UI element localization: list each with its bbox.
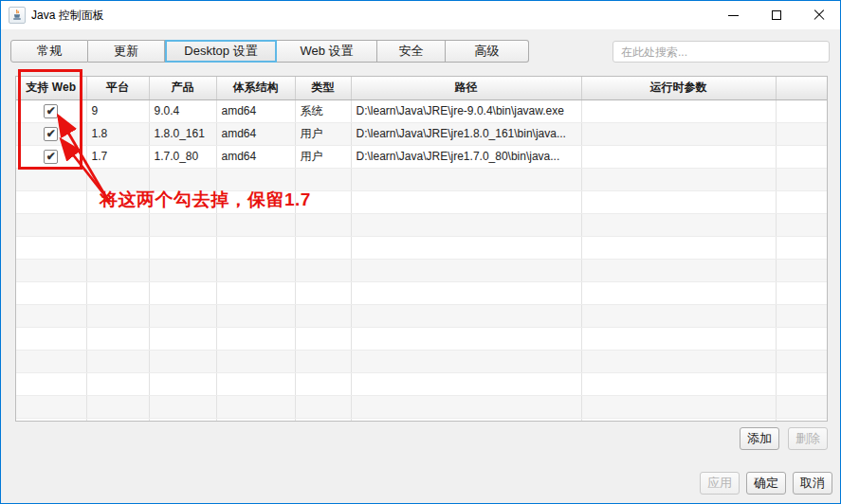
- tab-高级[interactable]: 高级: [446, 40, 529, 63]
- cell-blank: [149, 304, 216, 327]
- cell-blank: [216, 281, 295, 304]
- cell-blank: [216, 213, 295, 236]
- close-icon: [814, 9, 825, 21]
- cell-blank: [16, 213, 86, 236]
- cell-arch: amd64: [216, 122, 295, 145]
- empty-table-row[interactable]: [16, 418, 827, 422]
- apply-button[interactable]: 应用: [700, 472, 740, 495]
- cell-blank: [295, 350, 351, 372]
- tab-web-设置[interactable]: Web 设置: [277, 40, 377, 63]
- cell-blank: [295, 327, 351, 350]
- column-header[interactable]: [776, 77, 827, 99]
- ok-button[interactable]: 确定: [746, 472, 786, 495]
- cell-blank: [86, 327, 149, 350]
- cell-platform: 9: [86, 99, 149, 122]
- cell-blank: [581, 259, 776, 281]
- empty-table-row[interactable]: [16, 395, 827, 418]
- close-button[interactable]: [797, 1, 840, 29]
- annotation-text: 将这两个勾去掉，保留1.7: [100, 188, 311, 212]
- cell-web-support: ✔: [16, 99, 86, 122]
- minimize-icon: [728, 15, 739, 16]
- column-header[interactable]: 体系结构: [216, 77, 295, 99]
- search-input[interactable]: [612, 41, 830, 63]
- cell-blank: [295, 372, 351, 395]
- cell-blank: [86, 213, 149, 236]
- cell-blank: [776, 168, 827, 190]
- cell-blank: [149, 327, 216, 350]
- web-support-checkbox[interactable]: ✔: [44, 104, 58, 118]
- cell-blank: [351, 395, 581, 418]
- cell-blank: [216, 236, 295, 259]
- cell-blank: [149, 350, 216, 372]
- empty-table-row[interactable]: [16, 281, 827, 304]
- cancel-button[interactable]: 取消: [793, 472, 832, 495]
- tab-更新[interactable]: 更新: [88, 40, 165, 63]
- empty-table-row[interactable]: [16, 304, 827, 327]
- cell-blank: [149, 372, 216, 395]
- table-header-row: 支持 Web平台产品体系结构类型路径运行时参数: [16, 77, 827, 99]
- cell-blank: [216, 327, 295, 350]
- cell-blank: [216, 418, 295, 422]
- empty-table-row[interactable]: [16, 372, 827, 395]
- cell-blank: [295, 304, 351, 327]
- cell-blank: [776, 145, 827, 168]
- cell-blank: [776, 259, 827, 281]
- cell-type: 用户: [295, 145, 351, 168]
- table-row[interactable]: ✔1.81.8.0_161amd64用户D:\learn\Java\JRE\jr…: [16, 122, 827, 145]
- cell-blank: [216, 372, 295, 395]
- cell-blank: [776, 122, 827, 145]
- empty-table-row[interactable]: [16, 259, 827, 281]
- cell-blank: [295, 259, 351, 281]
- column-header[interactable]: 产品: [149, 77, 216, 99]
- cell-blank: [351, 327, 581, 350]
- column-header[interactable]: 运行时参数: [581, 77, 776, 99]
- cell-blank: [295, 213, 351, 236]
- maximize-button[interactable]: [755, 1, 797, 29]
- tab-常规[interactable]: 常规: [10, 40, 88, 63]
- cell-blank: [351, 418, 581, 422]
- cell-blank: [86, 259, 149, 281]
- cell-blank: [149, 236, 216, 259]
- empty-table-row[interactable]: [16, 350, 827, 372]
- tab-desktop-设置[interactable]: Desktop 设置: [165, 40, 277, 63]
- empty-table-row[interactable]: [16, 213, 827, 236]
- cell-blank: [776, 190, 827, 213]
- cell-blank: [581, 168, 776, 190]
- remove-button[interactable]: 删除: [788, 427, 828, 450]
- cell-blank: [16, 327, 86, 350]
- cell-blank: [149, 213, 216, 236]
- cell-blank: [16, 168, 86, 190]
- cell-blank: [16, 236, 86, 259]
- cell-type: 用户: [295, 122, 351, 145]
- column-header[interactable]: 支持 Web: [16, 77, 86, 99]
- cell-blank: [351, 281, 581, 304]
- cell-blank: [351, 213, 581, 236]
- cell-blank: [216, 304, 295, 327]
- cell-path: D:\learn\Java\JRE\jre-9.0.4\bin\javaw.ex…: [351, 99, 581, 122]
- cell-blank: [776, 236, 827, 259]
- cell-blank: [86, 418, 149, 422]
- cell-product: 1.8.0_161: [149, 122, 216, 145]
- add-button[interactable]: 添加: [740, 427, 779, 450]
- cell-blank: [776, 418, 827, 422]
- cell-blank: [149, 418, 216, 422]
- cell-blank: [351, 259, 581, 281]
- column-header[interactable]: 路径: [351, 77, 581, 99]
- cell-blank: [776, 350, 827, 372]
- empty-table-row[interactable]: [16, 236, 827, 259]
- table-row[interactable]: ✔1.71.7.0_80amd64用户D:\learn\Java\JRE\jre…: [16, 145, 827, 168]
- column-header[interactable]: 类型: [295, 77, 351, 99]
- column-header[interactable]: 平台: [86, 77, 149, 99]
- java-logo-icon: [9, 7, 26, 24]
- cell-blank: [216, 350, 295, 372]
- tab-安全[interactable]: 安全: [377, 40, 446, 63]
- minimize-button[interactable]: [712, 1, 755, 29]
- cell-blank: [216, 259, 295, 281]
- empty-table-row[interactable]: [16, 327, 827, 350]
- table-row[interactable]: ✔99.0.4amd64系统D:\learn\Java\JRE\jre-9.0.…: [16, 99, 827, 122]
- cell-blank: [351, 350, 581, 372]
- cell-blank: [351, 236, 581, 259]
- web-support-checkbox[interactable]: ✔: [44, 150, 58, 164]
- cell-blank: [776, 395, 827, 418]
- web-support-checkbox[interactable]: ✔: [44, 127, 58, 141]
